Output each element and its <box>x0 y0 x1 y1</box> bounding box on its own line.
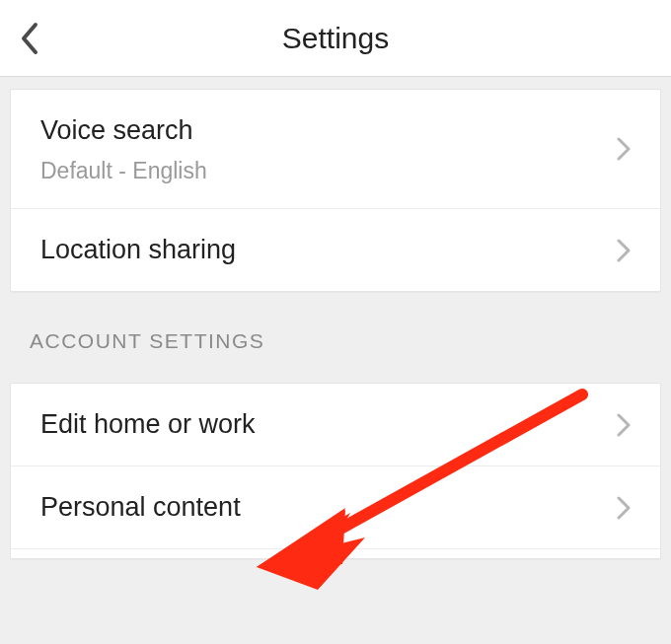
settings-group-general: Voice search Default - English Location … <box>10 89 661 292</box>
row-text: Edit home or work <box>40 407 617 442</box>
row-text: Personal content <box>40 490 617 525</box>
row-text: Location sharing <box>40 233 617 267</box>
row-subtitle: Default - English <box>40 158 617 184</box>
chevron-right-icon <box>617 413 631 437</box>
chevron-right-icon <box>617 496 631 520</box>
back-button[interactable] <box>0 0 59 77</box>
row-label: Personal content <box>40 490 617 525</box>
row-label: Edit home or work <box>40 407 617 442</box>
row-label: Location sharing <box>40 233 617 267</box>
row-edit-home-or-work[interactable]: Edit home or work <box>11 384 660 465</box>
row-cutoff <box>11 548 660 558</box>
section-header-account: ACCOUNT SETTINGS <box>10 292 661 371</box>
chevron-right-icon <box>617 137 631 161</box>
content-area: Voice search Default - English Location … <box>0 89 671 644</box>
row-voice-search[interactable]: Voice search Default - English <box>11 90 660 208</box>
chevron-right-icon <box>617 239 631 262</box>
row-personal-content[interactable]: Personal content <box>11 465 660 548</box>
chevron-left-icon <box>20 22 39 55</box>
row-location-sharing[interactable]: Location sharing <box>11 208 660 291</box>
header-bar: Settings <box>0 0 671 77</box>
row-label: Voice search <box>40 113 617 148</box>
row-text: Voice search Default - English <box>40 113 617 184</box>
page-title: Settings <box>0 22 671 55</box>
settings-group-account: Edit home or work Personal content <box>10 383 661 559</box>
